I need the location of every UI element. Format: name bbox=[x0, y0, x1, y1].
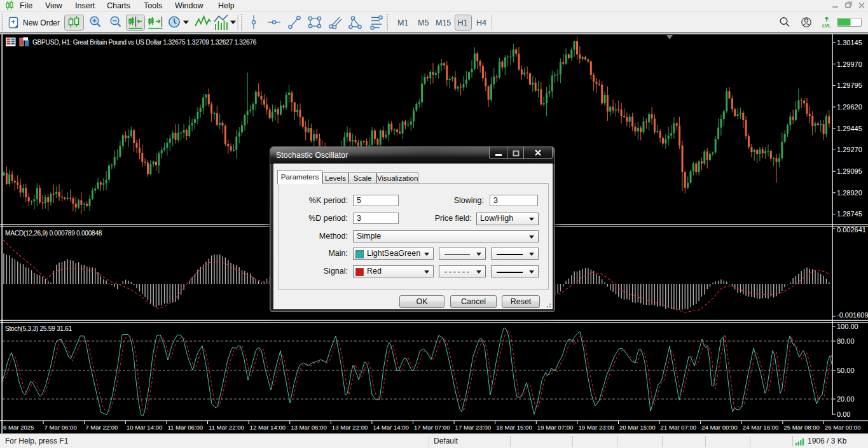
svg-text:80.00: 80.00 bbox=[837, 337, 855, 345]
svg-text:Stoch(5,3,3) 25.59 31.61: Stoch(5,3,3) 25.59 31.61 bbox=[5, 325, 72, 332]
svg-text:GBPUSD, H1: Great Britain Pou: GBPUSD, H1: Great Britain Pound vs US Do… bbox=[32, 39, 257, 46]
svg-text:13 Mar 06:00: 13 Mar 06:00 bbox=[291, 424, 327, 431]
svg-text:1.29795: 1.29795 bbox=[837, 81, 862, 89]
svg-text:New Order: New Order bbox=[23, 18, 60, 27]
svg-text:7 Mar 22:00: 7 Mar 22:00 bbox=[85, 424, 118, 431]
svg-text:1.28745: 1.28745 bbox=[837, 210, 862, 218]
svg-text:10 Mar 14:00: 10 Mar 14:00 bbox=[127, 424, 163, 431]
svg-text:14 Mar 14:00: 14 Mar 14:00 bbox=[373, 424, 409, 431]
svg-text:M15: M15 bbox=[436, 18, 451, 27]
svg-text:13 Mar 22:00: 13 Mar 22:00 bbox=[332, 424, 368, 431]
svg-text:24 Mar 00:00: 24 Mar 00:00 bbox=[701, 424, 738, 431]
svg-text:12 Mar 14:00: 12 Mar 14:00 bbox=[250, 424, 286, 431]
svg-text:25 Mar 08:00: 25 Mar 08:00 bbox=[783, 424, 820, 431]
svg-text:17 Mar 07:00: 17 Mar 07:00 bbox=[414, 424, 450, 431]
svg-text:1.29620: 1.29620 bbox=[837, 103, 862, 111]
svg-text:17 Mar 23:00: 17 Mar 23:00 bbox=[455, 424, 492, 431]
svg-text:-0.001609: -0.001609 bbox=[837, 311, 868, 319]
svg-text:H1: H1 bbox=[458, 18, 468, 27]
svg-text:7 Mar 06:00: 7 Mar 06:00 bbox=[45, 424, 77, 431]
svg-text:1.29970: 1.29970 bbox=[837, 60, 862, 68]
svg-text:21 Mar 07:00: 21 Mar 07:00 bbox=[661, 424, 697, 431]
svg-text:0.00: 0.00 bbox=[837, 410, 850, 418]
svg-text:11 Mar 22:00: 11 Mar 22:00 bbox=[209, 424, 244, 431]
svg-text:LVL: LVL bbox=[822, 23, 831, 29]
svg-text:19 Mar 23:00: 19 Mar 23:00 bbox=[578, 424, 614, 431]
svg-text:100.00: 100.00 bbox=[837, 323, 858, 330]
svg-text:11 Mar 06:00: 11 Mar 06:00 bbox=[167, 424, 203, 431]
svg-text:H4: H4 bbox=[476, 18, 486, 27]
svg-text:20.00: 20.00 bbox=[837, 395, 855, 403]
svg-text:24 Mar 16:00: 24 Mar 16:00 bbox=[743, 424, 779, 431]
svg-text:6 Mar 2025: 6 Mar 2025 bbox=[3, 424, 34, 431]
svg-text:1.30145: 1.30145 bbox=[837, 39, 862, 46]
svg-text:1.29270: 1.29270 bbox=[837, 146, 862, 153]
svg-text:50.00: 50.00 bbox=[837, 367, 855, 374]
svg-text:19 Mar 07:00: 19 Mar 07:00 bbox=[537, 424, 574, 431]
svg-text:0.002641: 0.002641 bbox=[837, 226, 866, 234]
svg-text:MACD(12,26,9) 0.000789 0.00084: MACD(12,26,9) 0.000789 0.000848 bbox=[5, 230, 102, 237]
svg-text:1.28920: 1.28920 bbox=[837, 189, 862, 197]
svg-text:1.29095: 1.29095 bbox=[837, 167, 862, 175]
svg-text:M1: M1 bbox=[397, 18, 408, 27]
svg-text:18 Mar 15:00: 18 Mar 15:00 bbox=[496, 424, 532, 431]
svg-text:20 Mar 15:00: 20 Mar 15:00 bbox=[619, 424, 656, 431]
svg-text:M5: M5 bbox=[418, 18, 429, 27]
svg-text:26 Mar 00:00: 26 Mar 00:00 bbox=[825, 424, 861, 431]
svg-text:1.29445: 1.29445 bbox=[837, 125, 862, 132]
